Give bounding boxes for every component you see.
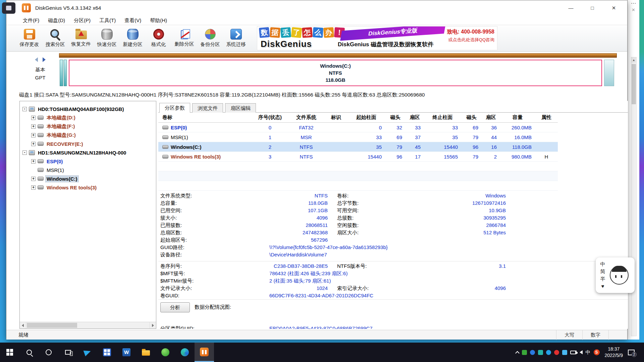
tree-expander-icon[interactable]: - (22, 107, 27, 111)
tray-icon-qq[interactable] (546, 350, 551, 355)
tree-expander-icon[interactable]: + (31, 124, 36, 129)
tree-item[interactable]: + 本地磁盘(D:) (22, 113, 156, 122)
partition-esp-segment[interactable] (60, 60, 63, 86)
tray-icon-blue-circle[interactable] (530, 350, 535, 355)
tab-partition-params[interactable]: 分区参数 (159, 103, 190, 113)
next-disk-icon[interactable] (43, 57, 46, 62)
partition-msr-segment[interactable] (64, 60, 67, 86)
edge-button[interactable] (175, 343, 195, 362)
format-button[interactable]: 格式化 (146, 26, 171, 51)
background-close-icon[interactable]: ✕ (628, 7, 639, 14)
cortana-button[interactable] (39, 343, 58, 362)
pinned-app-blue[interactable] (78, 343, 97, 362)
tree-item[interactable]: + ESP(0) (22, 157, 156, 166)
prev-disk-icon[interactable] (35, 57, 38, 62)
partition-windows-segment[interactable]: Windows(C:) NTFS 118.0GB (69, 60, 602, 86)
menu-item-disk[interactable]: 磁盘(D) (44, 15, 69, 25)
table-row[interactable]: Windows RE tools(3) 3 NTFS 15440 96 17 1… (158, 152, 558, 162)
analyze-button[interactable]: 分析 (160, 302, 190, 312)
input-language-indicator[interactable]: 中 (586, 349, 591, 356)
taskbar-clock[interactable]: 18:37 2022/5/9 (603, 346, 625, 359)
tray-icon-red[interactable] (554, 350, 559, 355)
more-options-icon[interactable]: ⋯ (628, 0, 639, 7)
detail-row: 卷GUID: 66D9C7F6-8231-4D34-AD67-201D26DC9… (158, 292, 628, 299)
tree-expander-icon[interactable]: + (31, 159, 36, 164)
green-browser-button[interactable] (156, 343, 175, 362)
recover-files-button[interactable]: 恢复文件 (68, 26, 94, 51)
word-button[interactable]: W (117, 343, 136, 362)
volume-icon[interactable] (580, 350, 583, 354)
tree-item[interactable]: MSR(1) (22, 166, 156, 174)
taskbar-search-button[interactable] (19, 343, 39, 362)
menu-item-file[interactable]: 文件(F) (18, 15, 44, 25)
delete-partition-button[interactable]: 删除分区 (171, 26, 197, 51)
scrollbar-thumb[interactable] (632, 64, 636, 104)
table-row[interactable]: Windows(C:) 2 NTFS 35 79 45 15440 96 16 … (158, 142, 558, 152)
ime-avatar-icon[interactable] (610, 266, 629, 285)
disk-tree-panel: - HD0:TOSHIBAMQ04ABF100(932GB) + 本地磁盘(D:… (19, 101, 156, 329)
banner-qq-link[interactable]: 或点击此处选择QQ咨询 (447, 37, 494, 43)
tray-icon-teal[interactable] (538, 350, 543, 355)
start-button[interactable] (0, 343, 19, 362)
ime-char[interactable]: 中 (598, 260, 607, 268)
banner-char: 数 (259, 27, 270, 38)
task-view-button[interactable] (58, 343, 78, 362)
hidden-icons-chevron[interactable] (515, 351, 520, 355)
new-partition-button[interactable]: 新建分区 (120, 26, 146, 51)
tree-item[interactable]: + 本地磁盘(G:) (22, 131, 156, 139)
tree-expander-icon[interactable]: + (31, 142, 36, 146)
backup-partition-icon (205, 29, 216, 40)
tree-item[interactable]: - HD1:SAMSUNGMZNLN128HAHQ-000 (22, 148, 156, 157)
tree-item[interactable]: - HD0:TOSHIBAMQ04ABF100(932GB) (22, 105, 156, 113)
menu-item-tools[interactable]: 工具(T) (95, 15, 120, 25)
tree-expander-icon[interactable]: + (31, 116, 36, 120)
ime-toolbar[interactable]: 中简半♥ (596, 257, 635, 293)
partition-re-segment[interactable] (604, 60, 614, 86)
ime-char[interactable]: 半 (598, 275, 607, 283)
maximize-button[interactable]: □ (582, 0, 603, 15)
save-changes-button[interactable]: 保存更改 (16, 26, 42, 51)
search-icon (26, 350, 32, 355)
minimize-button[interactable]: — (560, 0, 582, 15)
ime-char[interactable]: 简 (598, 268, 607, 275)
store-button[interactable] (97, 343, 117, 362)
background-app-corner[interactable] (2, 2, 15, 14)
diskgenius-window: DiskGenius V5.4.3.1342 x64 — □ ✕ 文件(F) 磁… (6, 0, 628, 340)
scroll-right-icon[interactable] (150, 322, 156, 328)
table-row[interactable]: MSR(1) 1 MSR 33 69 37 35 79 44 16.0MB (158, 132, 558, 142)
background-scrollbar[interactable]: ▲ (631, 57, 637, 336)
ad-banner[interactable]: 数据丢了怎么办！ DiskGenius专业版 DiskGenius 致电: 40… (257, 26, 497, 50)
table-row[interactable]: ESP(0) 0 FAT32 0 32 33 33 69 36 260.0MB (158, 123, 558, 132)
menu-item-help[interactable]: 帮助(H) (146, 15, 171, 25)
tree-item[interactable]: + Windows RE tools(3) (22, 183, 156, 192)
system-migration-button[interactable]: 系统迁移 (223, 26, 249, 51)
backup-partition-button[interactable]: 备份分区 (197, 26, 223, 51)
tree-item[interactable]: + Windows(C:) (22, 174, 156, 183)
scroll-up-icon[interactable]: ▲ (631, 57, 636, 63)
diskgenius-taskbar-button[interactable] (195, 343, 214, 362)
tree-expander-icon[interactable]: + (31, 133, 36, 137)
close-button[interactable]: ✕ (603, 0, 625, 15)
ime-char[interactable]: ♥ (598, 283, 607, 290)
quick-partition-button[interactable]: 快速分区 (94, 26, 120, 51)
tree-expander-icon[interactable]: + (31, 185, 36, 190)
sogou-ime-icon[interactable]: S (594, 349, 600, 355)
tree-expander-icon[interactable]: - (22, 150, 27, 155)
word-icon: W (122, 348, 130, 356)
taskbar: W 中 S (0, 343, 644, 362)
tree-expander-icon[interactable]: + (31, 177, 36, 181)
tree-scrollbar-thumb[interactable] (27, 323, 77, 328)
menu-item-view[interactable]: 查看(V) (120, 15, 146, 25)
tab-sector-edit[interactable]: 扇区编辑 (225, 103, 256, 113)
tree-item[interactable]: + 本地磁盘(F:) (22, 122, 156, 131)
action-center-icon[interactable]: 2 (628, 350, 635, 355)
scroll-left-icon[interactable] (20, 322, 26, 328)
search-partition-button[interactable]: 搜索分区 (42, 26, 68, 51)
tree-horizontal-scrollbar[interactable] (20, 322, 156, 328)
menu-item-partition[interactable]: 分区(P) (69, 15, 95, 25)
tab-browse-files[interactable]: 浏览文件 (192, 103, 223, 113)
file-explorer-button[interactable] (136, 343, 156, 362)
tray-icon-green[interactable] (522, 350, 527, 355)
tray-icon-snowflake[interactable] (562, 350, 567, 355)
tree-item[interactable]: + RECOVERY(E:) (22, 139, 156, 148)
